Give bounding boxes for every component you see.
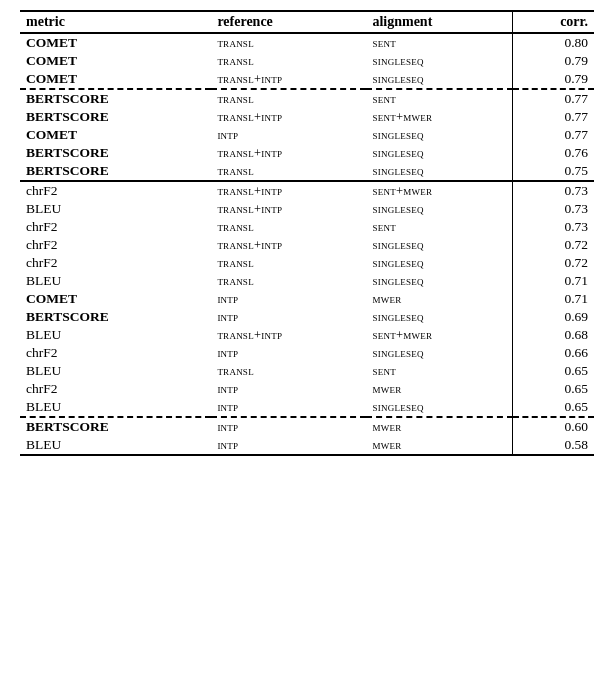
table-row: chrF2transl+intpsingleseq0.72 bbox=[20, 236, 594, 254]
reference-cell: transl+intp bbox=[211, 108, 366, 126]
alignment-cell: sent bbox=[366, 89, 512, 108]
metric-cell: chrF2 bbox=[20, 344, 211, 362]
table-row: BLEUintpmwer0.58 bbox=[20, 436, 594, 455]
corr-cell: 0.60 bbox=[513, 417, 594, 436]
corr-cell: 0.71 bbox=[513, 272, 594, 290]
table-row: BERTSCOREtransl+intpsingleseq0.76 bbox=[20, 144, 594, 162]
alignment-cell: sent bbox=[366, 362, 512, 380]
alignment-cell: mwer bbox=[366, 417, 512, 436]
table-row: chrF2translsingleseq0.72 bbox=[20, 254, 594, 272]
metric-cell: BLEU bbox=[20, 436, 211, 455]
metric-cell: chrF2 bbox=[20, 254, 211, 272]
corr-cell: 0.68 bbox=[513, 326, 594, 344]
alignment-cell: mwer bbox=[366, 380, 512, 398]
corr-cell: 0.69 bbox=[513, 308, 594, 326]
table-row: BLEUtransl+intpsingleseq0.73 bbox=[20, 200, 594, 218]
table-row: BERTSCOREintpmwer0.60 bbox=[20, 417, 594, 436]
corr-cell: 0.73 bbox=[513, 181, 594, 200]
corr-cell: 0.77 bbox=[513, 126, 594, 144]
metric-cell: BERTSCORE bbox=[20, 144, 211, 162]
metric-cell: BERTSCORE bbox=[20, 417, 211, 436]
metric-cell: BLEU bbox=[20, 272, 211, 290]
corr-cell: 0.73 bbox=[513, 200, 594, 218]
alignment-cell: mwer bbox=[366, 436, 512, 455]
reference-cell: transl+intp bbox=[211, 200, 366, 218]
corr-cell: 0.66 bbox=[513, 344, 594, 362]
alignment-cell: singleseq bbox=[366, 52, 512, 70]
table-row: BLEUintpsingleseq0.65 bbox=[20, 398, 594, 417]
metric-cell: chrF2 bbox=[20, 218, 211, 236]
reference-cell: transl+intp bbox=[211, 181, 366, 200]
reference-cell: transl bbox=[211, 89, 366, 108]
table-row: chrF2translsent0.73 bbox=[20, 218, 594, 236]
table-row: COMETintpmwer0.71 bbox=[20, 290, 594, 308]
corr-cell: 0.75 bbox=[513, 162, 594, 181]
table-row: BERTSCOREtranslsingleseq0.75 bbox=[20, 162, 594, 181]
reference-cell: transl bbox=[211, 218, 366, 236]
metric-cell: COMET bbox=[20, 290, 211, 308]
corr-cell: 0.72 bbox=[513, 254, 594, 272]
table-header: metric reference alignment corr. bbox=[20, 11, 594, 33]
col-metric: metric bbox=[20, 11, 211, 33]
alignment-cell: sent+mwer bbox=[366, 108, 512, 126]
table-row: chrF2transl+intpsent+mwer0.73 bbox=[20, 181, 594, 200]
corr-cell: 0.65 bbox=[513, 398, 594, 417]
reference-cell: intp bbox=[211, 417, 366, 436]
corr-cell: 0.76 bbox=[513, 144, 594, 162]
alignment-cell: singleseq bbox=[366, 236, 512, 254]
metric-cell: COMET bbox=[20, 126, 211, 144]
corr-cell: 0.77 bbox=[513, 108, 594, 126]
alignment-cell: singleseq bbox=[366, 254, 512, 272]
col-alignment: alignment bbox=[366, 11, 512, 33]
alignment-cell: singleseq bbox=[366, 70, 512, 89]
corr-cell: 0.80 bbox=[513, 33, 594, 52]
metric-cell: COMET bbox=[20, 70, 211, 89]
table-row: BERTSCOREintpsingleseq0.69 bbox=[20, 308, 594, 326]
metric-cell: BLEU bbox=[20, 200, 211, 218]
reference-cell: transl bbox=[211, 362, 366, 380]
reference-cell: transl+intp bbox=[211, 144, 366, 162]
table-row: BLEUtranslsent0.65 bbox=[20, 362, 594, 380]
corr-cell: 0.58 bbox=[513, 436, 594, 455]
table-row: BERTSCOREtranslsent0.77 bbox=[20, 89, 594, 108]
corr-cell: 0.77 bbox=[513, 89, 594, 108]
metric-cell: COMET bbox=[20, 33, 211, 52]
reference-cell: transl bbox=[211, 162, 366, 181]
metric-cell: BERTSCORE bbox=[20, 308, 211, 326]
table-row: COMETtranslsingleseq0.79 bbox=[20, 52, 594, 70]
metric-cell: chrF2 bbox=[20, 236, 211, 254]
metric-cell: COMET bbox=[20, 52, 211, 70]
metric-cell: BERTSCORE bbox=[20, 89, 211, 108]
reference-cell: intp bbox=[211, 398, 366, 417]
corr-cell: 0.72 bbox=[513, 236, 594, 254]
metric-cell: BLEU bbox=[20, 362, 211, 380]
alignment-cell: singleseq bbox=[366, 126, 512, 144]
reference-cell: intp bbox=[211, 344, 366, 362]
corr-cell: 0.79 bbox=[513, 70, 594, 89]
alignment-cell: sent+mwer bbox=[366, 326, 512, 344]
reference-cell: intp bbox=[211, 290, 366, 308]
col-corr: corr. bbox=[513, 11, 594, 33]
reference-cell: intp bbox=[211, 436, 366, 455]
reference-cell: transl bbox=[211, 33, 366, 52]
table-row: COMETtranslsent0.80 bbox=[20, 33, 594, 52]
metric-cell: BERTSCORE bbox=[20, 162, 211, 181]
alignment-cell: sent bbox=[366, 33, 512, 52]
alignment-cell: singleseq bbox=[366, 200, 512, 218]
alignment-cell: singleseq bbox=[366, 144, 512, 162]
metric-cell: chrF2 bbox=[20, 181, 211, 200]
table-row: BLEUtranslsingleseq0.71 bbox=[20, 272, 594, 290]
reference-cell: transl+intp bbox=[211, 326, 366, 344]
table-row: COMETintpsingleseq0.77 bbox=[20, 126, 594, 144]
corr-cell: 0.79 bbox=[513, 52, 594, 70]
table-row: chrF2intpmwer0.65 bbox=[20, 380, 594, 398]
table-row: chrF2intpsingleseq0.66 bbox=[20, 344, 594, 362]
reference-cell: transl+intp bbox=[211, 236, 366, 254]
table-row: COMETtransl+intpsingleseq0.79 bbox=[20, 70, 594, 89]
reference-cell: intp bbox=[211, 380, 366, 398]
reference-cell: transl bbox=[211, 272, 366, 290]
table-row: BERTSCOREtransl+intpsent+mwer0.77 bbox=[20, 108, 594, 126]
alignment-cell: singleseq bbox=[366, 272, 512, 290]
alignment-cell: singleseq bbox=[366, 162, 512, 181]
metric-cell: BLEU bbox=[20, 326, 211, 344]
